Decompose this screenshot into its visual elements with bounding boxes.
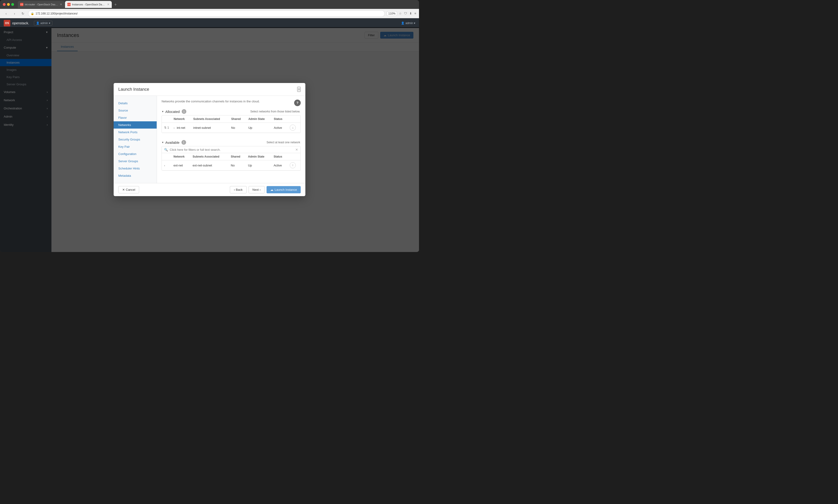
- cloud-upload-icon: ☁: [270, 188, 273, 192]
- allocated-subnets-cell: intnet-subnet: [191, 123, 229, 133]
- wizard-item-flavor[interactable]: Flavor: [114, 114, 157, 121]
- wizard-item-security-groups[interactable]: Security Groups: [114, 136, 157, 143]
- available-label: Available: [165, 141, 180, 144]
- forward-button[interactable]: ›: [11, 10, 18, 17]
- modal-header: Launch Instance ×: [114, 83, 305, 96]
- col-status-header: Status: [271, 115, 287, 123]
- menu-icon[interactable]: ≡: [414, 12, 416, 15]
- maximize-traffic-light[interactable]: [11, 3, 14, 6]
- available-section-title: ▾ Available 1: [162, 140, 186, 145]
- avail-col-action-header: [287, 153, 301, 160]
- back-button-modal[interactable]: ‹ Back: [230, 186, 247, 193]
- available-expand-cell: ›: [162, 160, 171, 170]
- avail-col-subnets-header: Subnets Associated: [190, 153, 229, 160]
- available-chevron: ▾: [162, 141, 163, 144]
- wizard-item-scheduler-hints[interactable]: Scheduler Hints: [114, 165, 157, 172]
- sort-updown-icon: ⇅: [164, 126, 166, 129]
- available-count: 1: [181, 140, 186, 145]
- available-up-button[interactable]: ↑: [290, 162, 296, 168]
- tab-favicon-2: OS: [67, 3, 71, 6]
- wizard-nav: Details Source Flavor Networks Network P: [114, 96, 157, 183]
- browser-tab-2[interactable]: OS Instances - OpenStack Dashbo... ✕: [65, 1, 112, 8]
- shield-icon[interactable]: 🛡: [404, 12, 407, 15]
- sort-number: 1: [167, 126, 169, 129]
- wizard-item-key-pair[interactable]: Key Pair: [114, 143, 157, 150]
- col-subnets-header: Subnets Associated: [191, 115, 229, 123]
- wizard-item-networks[interactable]: Networks: [114, 121, 157, 129]
- launch-instance-modal: Launch Instance × Details Source: [114, 83, 305, 196]
- cancel-button[interactable]: ✕ Cancel: [118, 186, 139, 193]
- new-tab-button[interactable]: +: [112, 1, 119, 8]
- wizard-item-metadata[interactable]: Metadata: [114, 172, 157, 179]
- available-table-header: Network Subnets Associated Shared Admin …: [162, 153, 301, 160]
- allocated-label: Allocated: [165, 110, 180, 114]
- wizard-item-source[interactable]: Source: [114, 107, 157, 114]
- launch-instance-modal-button[interactable]: ☁ Launch Instance: [267, 186, 301, 193]
- search-clear-button[interactable]: ✕: [295, 148, 298, 151]
- available-table-container: 🔍 ✕ Network Subnets A: [162, 146, 301, 170]
- wizard-item-details[interactable]: Details: [114, 100, 157, 107]
- wizard-item-configuration[interactable]: Configuration: [114, 150, 157, 158]
- allocated-chevron: ▾: [162, 110, 163, 113]
- available-search-input[interactable]: [170, 148, 293, 151]
- avail-col-admin-state-header: Admin State: [246, 153, 271, 160]
- lock-icon: 🔒: [31, 12, 34, 15]
- col-shared-header: Shared: [229, 115, 246, 123]
- available-action-cell: ↑: [287, 160, 301, 170]
- available-network-name-cell: ext-net: [171, 160, 190, 170]
- download-icon[interactable]: ⬇: [409, 12, 412, 15]
- allocated-block: ▾ Allocated 1 Select networks from those…: [162, 108, 301, 133]
- footer-right: ‹ Back Next › ☁ Launch Instance: [230, 186, 301, 193]
- allocated-action-cell: ↓: [287, 123, 301, 133]
- allocated-expand-cell: › int-net: [172, 123, 191, 133]
- tab-close-1[interactable]: ✕: [60, 3, 62, 6]
- bookmark-icon[interactable]: ☆: [399, 12, 402, 15]
- header-admin-button[interactable]: 👤 admin ▾: [34, 21, 52, 25]
- help-button[interactable]: ?: [294, 100, 301, 106]
- sort-control[interactable]: ⇅ 1: [164, 126, 169, 129]
- openstack-logo-icon: OS: [4, 20, 10, 26]
- wizard-item-server-groups[interactable]: Server Groups: [114, 158, 157, 165]
- modal-close-button[interactable]: ×: [297, 87, 301, 92]
- user-icon: 👤: [401, 21, 405, 25]
- allocated-expand-icon[interactable]: ›: [174, 126, 175, 129]
- available-row-0: › ext-net ext-net-subnet No Up Active: [162, 160, 301, 170]
- header-right-area: 👤 admin ▾: [401, 21, 415, 25]
- tab-title-2: Instances - OpenStack Dashbo...: [72, 3, 106, 6]
- openstack-header: OS openstack. 👤 admin ▾ 👤 admin ▾: [0, 18, 419, 28]
- traffic-lights: [3, 3, 14, 6]
- available-admin-state-cell: Up: [246, 160, 271, 170]
- allocated-count: 1: [182, 109, 186, 114]
- tab-close-2[interactable]: ✕: [107, 3, 109, 6]
- tab-favicon-1: OS: [20, 3, 23, 6]
- user-label: admin ▾: [406, 21, 415, 25]
- minimize-traffic-light[interactable]: [7, 3, 10, 6]
- avail-col-shared-header: Shared: [229, 153, 246, 160]
- admin-label: admin ▾: [40, 21, 50, 25]
- available-label-row: ▾ Available 1 Select at least one networ…: [162, 139, 301, 146]
- cancel-label: Cancel: [126, 188, 135, 192]
- cancel-icon: ✕: [122, 188, 125, 192]
- next-button[interactable]: Next ›: [249, 186, 265, 193]
- header-logo-area: OS openstack.: [4, 20, 29, 26]
- next-label: Next: [252, 188, 259, 192]
- close-traffic-light[interactable]: [3, 3, 6, 6]
- allocated-table: Network Subnets Associated Shared Admin …: [162, 115, 301, 133]
- allocated-down-button[interactable]: ↓: [290, 125, 296, 131]
- avail-col-status-header: Status: [271, 153, 287, 160]
- back-button[interactable]: ‹: [3, 10, 10, 17]
- available-status-cell: Active: [271, 160, 287, 170]
- next-chevron-icon: ›: [260, 188, 261, 192]
- allocated-status-cell: Active: [271, 123, 287, 133]
- modal-footer: ✕ Cancel ‹ Back Next ›: [114, 183, 305, 196]
- openstack-logo-text: openstack.: [12, 21, 29, 25]
- footer-left: ✕ Cancel: [118, 186, 139, 193]
- reload-button[interactable]: ↻: [20, 10, 26, 17]
- allocated-row-0: ⇅ 1 › int-net: [162, 123, 301, 133]
- browser-tab-1[interactable]: OS int-router - OpenStack Dashbo... ✕: [18, 1, 65, 8]
- search-icon: 🔍: [164, 148, 168, 151]
- available-expand-icon[interactable]: ›: [164, 164, 165, 167]
- wizard-content: ? Networks provide the communication cha…: [157, 96, 305, 183]
- address-bar[interactable]: 🔒 172.168.12.100/project/instances/: [28, 10, 385, 17]
- wizard-item-network-ports[interactable]: Network Ports: [114, 129, 157, 136]
